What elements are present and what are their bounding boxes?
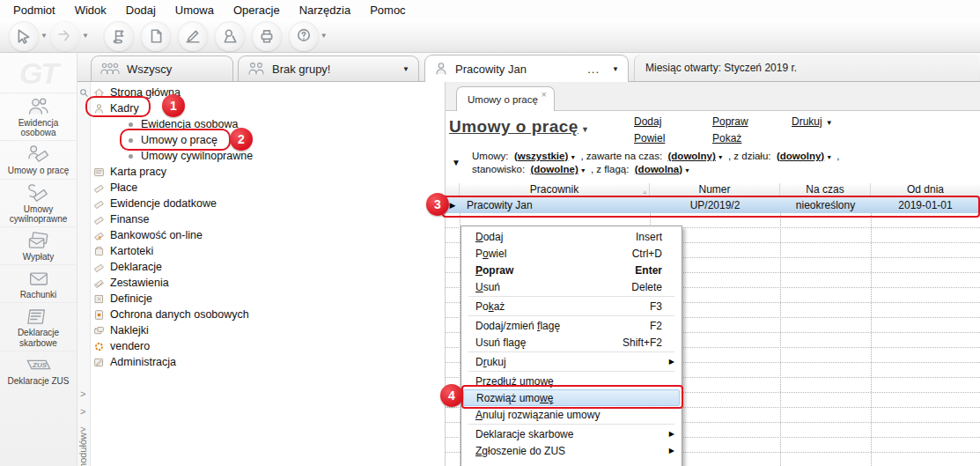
menu-item-usun-flage[interactable]: Usuń flagęShift+F2 <box>461 334 682 351</box>
tab-pracowity-jan[interactable]: Pracowity Jan ... ▼ <box>424 55 629 82</box>
menu-pomoc[interactable]: Pomoc <box>360 2 415 18</box>
menu-separator <box>468 371 674 372</box>
table-row-selected[interactable]: ▶ Pracowity Jan UP/2019/2 nieokreślony 2… <box>446 197 980 213</box>
panel-search-icon <box>79 88 89 98</box>
menu-item-zgloszenie-do-zus[interactable]: Zgłoszenie do ZUS▶ <box>461 442 682 459</box>
navigation-tree-panel: > > > modułów Strona główna Kadry Ewiden… <box>77 82 446 466</box>
sidebar-item-deklaracje-zus[interactable]: ZUS Deklaracje ZUS <box>0 351 77 388</box>
tree-item-ochrona-danych[interactable]: Ochrona danych osobowych <box>91 307 445 322</box>
tree-item-bankowosc-online[interactable]: eBankowość on-line <box>91 227 445 243</box>
tree-item-umowy-o-prace[interactable]: Umowy o pracę <box>91 132 445 148</box>
menu-item-przedluz-umowe[interactable]: Przedłuż umowę <box>461 373 682 389</box>
menu-dodaj[interactable]: Dodaj <box>116 2 166 18</box>
menu-umowa[interactable]: Umowa <box>166 2 224 18</box>
column-header-na-czas[interactable]: Na czas <box>780 183 871 196</box>
tab-brak-grupy[interactable]: Brak grupy! ▼ <box>238 55 419 81</box>
filter-na-czas-link[interactable]: (dowolny) <box>668 151 716 161</box>
dropdown-icon[interactable]: ▼ <box>684 167 690 174</box>
link-popraw[interactable]: Popraw <box>712 115 748 128</box>
page-title[interactable]: Umowy o pracę▼ <box>449 117 589 137</box>
tree-item-zestawienia[interactable]: Zestawienia <box>91 275 445 291</box>
administration-icon <box>93 357 105 368</box>
new-document-button[interactable] <box>141 21 171 51</box>
print-button[interactable] <box>252 21 282 51</box>
tab-pracowity-jan-dropdown-icon[interactable]: ▼ <box>612 65 619 73</box>
tree-item-strona-glowna[interactable]: Strona główna <box>91 85 445 100</box>
stamp-button[interactable] <box>215 21 245 51</box>
newspaper-icon <box>26 306 51 327</box>
submenu-arrow-icon: ▶ <box>669 430 676 438</box>
tab-umowy-o-prace[interactable]: Umowy o pracę × <box>456 86 555 111</box>
cell-pracownik: Pracowity Jan <box>460 199 650 211</box>
chevron-icon[interactable]: > <box>80 388 85 399</box>
tab-brak-grupy-dropdown-icon[interactable]: ▼ <box>392 65 409 73</box>
menu-item-popraw[interactable]: PoprawEnter <box>461 262 682 278</box>
menu-item-dodaj-zmien-flage[interactable]: Dodaj/zmień flagęF2 <box>461 317 682 334</box>
chevron-icon[interactable]: > <box>80 406 85 417</box>
menu-item-usun[interactable]: UsuńDelete <box>461 278 682 295</box>
menu-podmiot[interactable]: Podmiot <box>4 2 65 18</box>
dropdown-icon[interactable]: ▼ <box>580 167 586 174</box>
edit-button[interactable] <box>178 21 208 51</box>
tree-item-naklejki[interactable]: Naklejki <box>91 322 445 338</box>
menu-widok[interactable]: Widok <box>65 2 116 18</box>
link-pokaz[interactable]: Pokaż <box>712 132 748 144</box>
tree-item-place[interactable]: Płace <box>91 180 445 196</box>
tab-wszyscy[interactable]: Wszyscy <box>91 55 233 81</box>
tree-item-deklaracje[interactable]: Deklaracje <box>91 259 445 275</box>
menu-narzedzia[interactable]: Narzędzia <box>290 2 361 18</box>
tree-item-kartoteki[interactable]: Kartoteki <box>91 243 445 259</box>
link-dodaj[interactable]: Dodaj <box>634 115 665 128</box>
filter-umowy-link[interactable]: (wszystkie) <box>514 151 568 161</box>
sidebar-item-umowy-cywilnoprawne[interactable]: Umowy cywilnoprawne <box>0 179 77 226</box>
menu-item-rozwiaz-umowe[interactable]: Rozwiąż umowę <box>463 389 680 406</box>
tree-item-karta-pracy[interactable]: Karta pracy <box>91 164 445 180</box>
flag-button[interactable] <box>104 21 134 51</box>
sidebar-item-umowy-o-prace[interactable]: Umowy o pracę <box>0 140 77 178</box>
module-list-strip[interactable]: > > > modułów <box>77 82 91 466</box>
help-dropdown-icon[interactable]: ▼ <box>321 32 328 40</box>
title-dropdown-icon[interactable]: ▼ <box>581 125 589 134</box>
menu-item-powiel[interactable]: PowielCtrl+D <box>461 245 682 262</box>
tree-item-definicje[interactable]: Definicje <box>91 291 445 307</box>
tab-close-icon[interactable]: × <box>542 89 547 100</box>
dropdown-icon[interactable]: ▼ <box>570 154 576 160</box>
column-header-od-dnia[interactable]: Od dnia <box>871 183 980 196</box>
sidebar-item-rachunki[interactable]: Rachunki <box>0 264 77 302</box>
menu-item-deklaracje-skarbowe[interactable]: Deklaracje skarbowe▶ <box>461 425 682 442</box>
menu-item-anuluj-rozwiazanie[interactable]: Anuluj rozwiązanie umowy <box>461 406 682 423</box>
filter-dzial-link[interactable]: (dowolny) <box>777 151 824 161</box>
tree-item-finanse[interactable]: Finanse <box>91 211 445 227</box>
flag-icon <box>111 28 127 44</box>
forward-arrow-dropdown-icon[interactable]: ▼ <box>82 32 89 40</box>
tree-item-vendero[interactable]: vendero <box>91 338 445 354</box>
sidebar-item-ewidencja-osobowa[interactable]: Ewidencja osobowa <box>0 92 77 140</box>
sidebar-item-deklaracje-skarbowe[interactable]: Deklaracje skarbowe <box>0 302 77 350</box>
dropdown-icon[interactable]: ▼ <box>826 154 832 160</box>
link-powiel[interactable]: Powiel <box>634 132 665 144</box>
tree-item-ewidencja-osobowa[interactable]: Ewidencja osobowa <box>91 116 445 132</box>
select-arrow-dropdown-icon[interactable]: ▼ <box>41 32 48 40</box>
tree-item-kadry[interactable]: Kadry <box>91 100 445 116</box>
bullet-icon <box>129 138 133 143</box>
link-drukuj[interactable]: Drukuj▼ <box>792 115 833 128</box>
report-icon <box>93 277 105 289</box>
filter-flaga-link[interactable]: (dowolna) <box>635 164 682 174</box>
filter-stanowisko-link[interactable]: (dowolne) <box>530 164 578 174</box>
column-header-pracownik[interactable]: Pracownik▵ <box>460 183 650 196</box>
help-button[interactable] <box>289 21 319 51</box>
select-arrow-button[interactable] <box>9 21 39 51</box>
filter-collapse-icon[interactable]: ▼ <box>452 158 461 167</box>
sidebar-item-wyplaty[interactable]: Wypłaty <box>0 226 77 264</box>
menu-item-pokaz[interactable]: PokażF3 <box>461 298 682 314</box>
menu-operacje[interactable]: Operacje <box>224 2 290 18</box>
forward-arrow-button[interactable] <box>50 21 80 51</box>
menu-item-dodaj[interactable]: DodajInsert <box>461 228 682 245</box>
tree-item-ewidencje-dodatkowe[interactable]: Ewidencje dodatkowe <box>91 196 445 211</box>
tree-item-administracja[interactable]: Administracja <box>91 354 445 370</box>
dropdown-icon[interactable]: ▼ <box>718 154 724 160</box>
tree-item-umowy-cywilnoprawne[interactable]: Umowy cywilnoprawne <box>91 148 445 164</box>
column-header-numer[interactable]: Numer <box>650 183 780 196</box>
tab-more-button[interactable]: ... <box>561 63 600 76</box>
menu-item-drukuj[interactable]: Drukuj▶ <box>461 353 682 370</box>
